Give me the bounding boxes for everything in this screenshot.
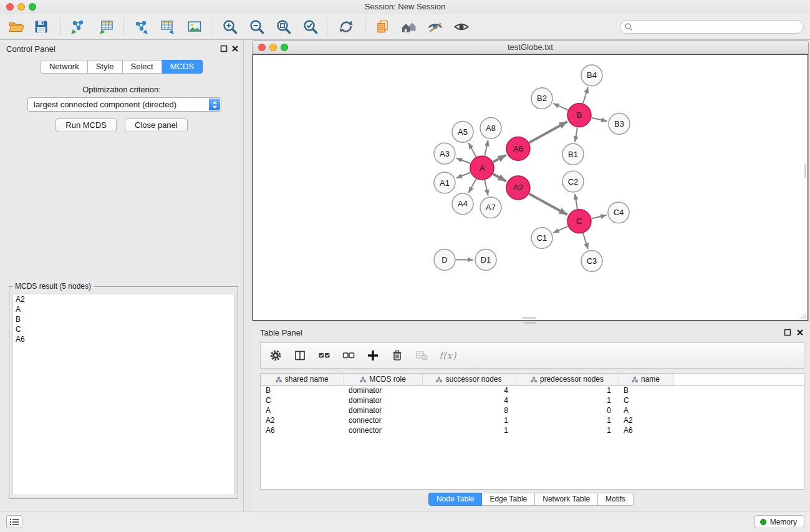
horizontal-scroll-nub[interactable] bbox=[523, 317, 536, 319]
table-cell[interactable]: connector bbox=[344, 425, 422, 435]
graph-edge-C-C4[interactable] bbox=[592, 215, 607, 218]
list-item[interactable]: B bbox=[13, 314, 234, 324]
run-mcds-button[interactable]: Run MCDS bbox=[55, 118, 117, 132]
column-header-name[interactable]: name bbox=[619, 374, 673, 385]
export-network-icon[interactable] bbox=[132, 18, 150, 36]
graph-node-B[interactable]: B bbox=[567, 104, 591, 127]
graph-edge-A-A8[interactable] bbox=[485, 140, 488, 156]
refresh-layout-icon[interactable] bbox=[337, 18, 355, 36]
tab-node-table[interactable]: Node Table bbox=[428, 493, 483, 506]
table-cell[interactable]: 8 bbox=[422, 405, 516, 415]
float-table-panel-icon[interactable] bbox=[784, 329, 791, 336]
table-cell[interactable]: dominator bbox=[344, 395, 422, 405]
import-table-icon[interactable] bbox=[98, 18, 115, 36]
network-canvas-area[interactable]: B4B2BB3A5A8A6A3B1AA1C2A2A4A7C4CC1C3DD1 bbox=[253, 54, 808, 321]
table-cell[interactable]: 1 bbox=[516, 425, 619, 435]
graph-node-C4[interactable]: C4 bbox=[608, 202, 629, 223]
zoom-in-icon[interactable] bbox=[221, 18, 239, 36]
tab-style[interactable]: Style bbox=[88, 60, 123, 74]
graph-edge-C-C3[interactable] bbox=[583, 233, 588, 249]
table-cell[interactable]: 0 bbox=[516, 405, 619, 415]
table-settings-gear-icon[interactable] bbox=[269, 349, 282, 362]
table-cell[interactable]: 4 bbox=[422, 395, 516, 405]
table-cell[interactable]: C bbox=[619, 395, 673, 405]
vertical-scroll-nub[interactable] bbox=[804, 164, 806, 178]
open-file-icon[interactable] bbox=[7, 18, 25, 36]
add-column-icon[interactable] bbox=[366, 349, 380, 362]
graph-edge-C-C2[interactable] bbox=[575, 194, 577, 209]
table-cell[interactable]: B bbox=[261, 385, 344, 395]
table-row[interactable]: A2connector11A2 bbox=[261, 415, 804, 425]
graph-node-A5[interactable]: A5 bbox=[452, 121, 473, 142]
eye-icon[interactable] bbox=[453, 18, 470, 36]
column-header-predecessor-nodes[interactable]: predecessor nodes bbox=[516, 374, 619, 385]
graph-node-C1[interactable]: C1 bbox=[531, 228, 552, 249]
graph-node-A1[interactable]: A1 bbox=[434, 172, 455, 193]
graph-edge-A6-B[interactable] bbox=[529, 122, 567, 143]
graph-node-A[interactable]: A bbox=[470, 156, 494, 180]
graph-node-D[interactable]: D bbox=[434, 249, 455, 271]
graph-node-C3[interactable]: C3 bbox=[581, 251, 602, 272]
zoom-selected-icon[interactable] bbox=[302, 18, 319, 36]
table-cell[interactable]: 4 bbox=[422, 385, 516, 395]
documents-icon[interactable] bbox=[374, 18, 392, 36]
graph-node-A8[interactable]: A8 bbox=[480, 118, 501, 139]
list-item[interactable]: A6 bbox=[13, 334, 234, 344]
tab-select[interactable]: Select bbox=[123, 60, 162, 74]
graph-edge-A-A3[interactable] bbox=[456, 158, 471, 163]
column-header-successor-nodes[interactable]: successor nodes bbox=[422, 374, 516, 385]
graph-node-A4[interactable]: A4 bbox=[452, 193, 473, 215]
import-network-icon[interactable] bbox=[69, 18, 87, 36]
close-table-panel-icon[interactable] bbox=[796, 329, 804, 336]
tab-edge-table[interactable]: Edge Table bbox=[482, 493, 535, 506]
graph-edge-A2-C[interactable] bbox=[529, 194, 567, 215]
table-cell[interactable]: dominator bbox=[344, 405, 422, 415]
tab-network[interactable]: Network bbox=[41, 60, 88, 74]
mcds-result-list[interactable]: A2ABCA6 bbox=[12, 294, 234, 495]
graph-edge-A-A7[interactable] bbox=[485, 180, 488, 196]
graph-edge-A-A5[interactable] bbox=[468, 143, 476, 157]
style-eye-icon[interactable] bbox=[427, 18, 444, 36]
table-cell[interactable]: 1 bbox=[516, 415, 619, 425]
optimization-criterion-select[interactable]: largest connected component (directed) bbox=[27, 97, 221, 112]
zoom-fit-icon[interactable] bbox=[275, 18, 292, 36]
list-item[interactable]: A bbox=[13, 304, 234, 314]
delete-column-icon[interactable] bbox=[390, 349, 404, 362]
tab-mcds[interactable]: MCDS bbox=[162, 60, 203, 74]
graph-edge-B-B1[interactable] bbox=[575, 127, 577, 142]
table-row[interactable]: A6connector11A6 bbox=[261, 425, 804, 435]
table-cell[interactable]: 1 bbox=[422, 425, 516, 435]
graph-node-A3[interactable]: A3 bbox=[434, 143, 455, 164]
table-cell[interactable]: A2 bbox=[619, 415, 673, 425]
panel-splitter-handle[interactable] bbox=[524, 322, 536, 324]
graph-edge-B-B4[interactable] bbox=[583, 87, 588, 104]
zoom-out-icon[interactable] bbox=[248, 18, 266, 36]
graph-node-C2[interactable]: C2 bbox=[562, 171, 584, 192]
graph-node-B1[interactable]: B1 bbox=[562, 143, 584, 165]
graph-edge-A-A2[interactable] bbox=[493, 174, 506, 181]
table-cell[interactable]: A bbox=[619, 405, 673, 415]
graph-node-A2[interactable]: A2 bbox=[506, 176, 530, 200]
table-cell[interactable]: dominator bbox=[344, 385, 422, 395]
select-all-icon[interactable] bbox=[317, 349, 331, 362]
graph-node-B4[interactable]: B4 bbox=[581, 65, 602, 86]
graph-edge-B-B2[interactable] bbox=[553, 104, 568, 110]
home-icon[interactable] bbox=[400, 18, 418, 36]
tab-network-table[interactable]: Network Table bbox=[535, 493, 598, 506]
table-cell[interactable]: 1 bbox=[516, 385, 619, 395]
table-cell[interactable]: 1 bbox=[516, 395, 619, 405]
graph-node-B2[interactable]: B2 bbox=[531, 88, 552, 109]
table-cell[interactable]: A2 bbox=[261, 415, 344, 425]
graph-edge-A-A4[interactable] bbox=[468, 179, 476, 193]
export-image-icon[interactable] bbox=[186, 18, 203, 36]
table-cell[interactable]: B bbox=[619, 385, 673, 395]
tab-motifs[interactable]: Motifs bbox=[598, 493, 634, 506]
table-cell[interactable]: 1 bbox=[422, 415, 516, 425]
table-cell[interactable]: C bbox=[261, 395, 344, 405]
graph-node-D1[interactable]: D1 bbox=[475, 249, 496, 271]
close-panel-button[interactable]: Close panel bbox=[125, 118, 188, 132]
graph-node-A7[interactable]: A7 bbox=[480, 197, 501, 218]
graph-node-C[interactable]: C bbox=[567, 210, 591, 233]
table-row[interactable]: Bdominator41B bbox=[261, 385, 804, 395]
graph-edge-B-B3[interactable] bbox=[592, 118, 607, 121]
